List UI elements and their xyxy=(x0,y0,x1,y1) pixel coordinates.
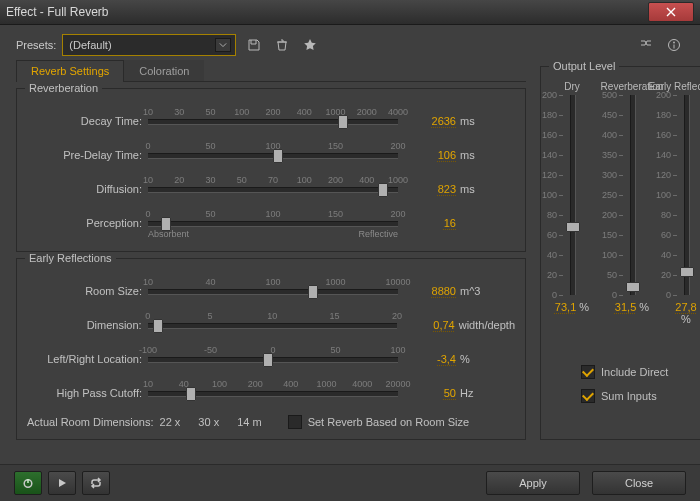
value-predelay[interactable]: 106 xyxy=(406,149,456,163)
output-value-dry: 73,1 % xyxy=(555,301,589,313)
play-button[interactable] xyxy=(48,471,76,495)
vtick: 0 xyxy=(552,290,557,300)
vslider-er[interactable]: 200180160140120100806040200 xyxy=(673,95,699,295)
value-dimension[interactable]: 0,74 xyxy=(405,319,455,333)
apply-button[interactable]: Apply xyxy=(486,471,580,495)
set-reverb-checkbox[interactable] xyxy=(288,415,302,429)
slider-thumb[interactable] xyxy=(273,149,283,163)
extreme-left: Absorbent xyxy=(148,229,189,239)
chevron-down-icon xyxy=(219,41,227,49)
room-dim-y: 30 x xyxy=(198,416,219,428)
info-icon xyxy=(667,38,681,52)
slider-thumb[interactable] xyxy=(378,183,388,197)
include-direct-checkbox[interactable] xyxy=(581,365,595,379)
value-room_size[interactable]: 8880 xyxy=(406,285,456,299)
slider-predelay[interactable]: 050100150200 xyxy=(148,141,398,163)
vslider-dry[interactable]: 200180160140120100806040200 xyxy=(559,95,585,295)
tab-settings[interactable]: Reverb Settings xyxy=(16,60,124,81)
param-label-lr_loc: Left/Right Location: xyxy=(27,353,148,367)
close-window-button[interactable] xyxy=(648,2,694,22)
param-label-decay: Decay Time: xyxy=(27,115,148,129)
slider-track xyxy=(148,323,397,329)
vtick: 60 xyxy=(547,230,557,240)
vtick: 100 xyxy=(602,250,617,260)
output-value-rev: 31,5 % xyxy=(615,301,649,313)
vthumb[interactable] xyxy=(626,282,640,292)
unit-predelay: ms xyxy=(460,149,475,163)
param-predelay: Pre-Delay Time:050100150200106ms xyxy=(27,141,515,163)
slider-diffusion[interactable]: 10203050701002004001000 xyxy=(148,175,398,197)
preset-select[interactable]: (Default) xyxy=(62,34,236,56)
vtick: 100 xyxy=(656,190,671,200)
favorite-button[interactable] xyxy=(300,35,320,55)
slider-hpf[interactable]: 10401002004001000400020000 xyxy=(148,379,398,401)
slider-perception[interactable]: 050100150200AbsorbentReflective xyxy=(148,209,398,231)
presets-label: Presets: xyxy=(16,39,56,51)
group-title-early: Early Reflections xyxy=(25,252,116,264)
param-hpf: High Pass Cutoff:10401002004001000400020… xyxy=(27,379,515,401)
tick: 0 xyxy=(145,141,150,151)
tick: 400 xyxy=(359,175,374,185)
save-preset-button[interactable] xyxy=(244,35,264,55)
slider-thumb[interactable] xyxy=(338,115,348,129)
slider-room_size[interactable]: 1040100100010000 xyxy=(148,277,398,299)
delete-preset-button[interactable] xyxy=(272,35,292,55)
loop-button[interactable] xyxy=(82,471,110,495)
slider-thumb[interactable] xyxy=(153,319,163,333)
room-dimensions-label: Actual Room Dimensions: xyxy=(27,416,154,428)
unit-room_size: m^3 xyxy=(460,285,480,299)
vtick: 250 xyxy=(602,190,617,200)
vthumb[interactable] xyxy=(680,267,694,277)
output-value-er: 27,8 % xyxy=(671,301,700,325)
vtick: 180 xyxy=(656,110,671,120)
output-num-rev[interactable]: 31,5 xyxy=(615,301,636,313)
tick: 100 xyxy=(297,175,312,185)
channel-map-button[interactable] xyxy=(636,35,656,55)
tick: 15 xyxy=(330,311,340,321)
route-icon xyxy=(639,38,653,52)
include-direct-label: Include Direct xyxy=(601,366,668,378)
slider-decay[interactable]: 103050100200400100020004000 xyxy=(148,107,398,129)
param-perception: Perception:050100150200AbsorbentReflecti… xyxy=(27,209,515,231)
titlebar: Effect - Full Reverb xyxy=(0,0,700,25)
value-diffusion[interactable]: 823 xyxy=(406,183,456,197)
slider-lr_loc[interactable]: -100-50050100 xyxy=(148,345,398,367)
vslider-rev[interactable]: 500450400350300250200150100500 xyxy=(619,95,645,295)
value-hpf[interactable]: 50 xyxy=(406,387,456,401)
sum-inputs-checkbox[interactable] xyxy=(581,389,595,403)
power-icon xyxy=(22,477,34,489)
floppy-icon xyxy=(247,38,261,52)
output-num-er[interactable]: 27,8 xyxy=(675,301,696,313)
tick: 400 xyxy=(283,379,298,389)
tick: 150 xyxy=(328,141,343,151)
tick: 0 xyxy=(145,311,150,321)
tick: 10 xyxy=(267,311,277,321)
vtick: 100 xyxy=(542,190,557,200)
slider-thumb[interactable] xyxy=(263,353,273,367)
power-button[interactable] xyxy=(14,471,42,495)
close-button[interactable]: Close xyxy=(592,471,686,495)
tab-coloration[interactable]: Coloration xyxy=(124,60,204,81)
tick: 20000 xyxy=(385,379,410,389)
vtick: 200 xyxy=(656,90,671,100)
value-perception[interactable]: 16 xyxy=(406,217,456,231)
output-num-dry[interactable]: 73,1 xyxy=(555,301,576,313)
tick: 150 xyxy=(328,209,343,219)
vtick: 0 xyxy=(666,290,671,300)
vtick: 350 xyxy=(602,150,617,160)
vthumb[interactable] xyxy=(566,222,580,232)
slider-thumb[interactable] xyxy=(186,387,196,401)
output-col-rev: Reverberation500450400350300250200150100… xyxy=(611,81,653,325)
slider-dimension[interactable]: 05101520 xyxy=(148,311,397,333)
slider-thumb[interactable] xyxy=(308,285,318,299)
unit-decay: ms xyxy=(460,115,475,129)
tick: 1000 xyxy=(388,175,408,185)
vtick: 160 xyxy=(656,130,671,140)
tick: 5 xyxy=(207,311,212,321)
room-dim-z: 14 m xyxy=(237,416,261,428)
help-button[interactable] xyxy=(664,35,684,55)
value-lr_loc[interactable]: -3,4 xyxy=(406,353,456,367)
preset-dropdown-button[interactable] xyxy=(215,38,231,52)
tick: 2000 xyxy=(357,107,377,117)
value-decay[interactable]: 2636 xyxy=(406,115,456,129)
